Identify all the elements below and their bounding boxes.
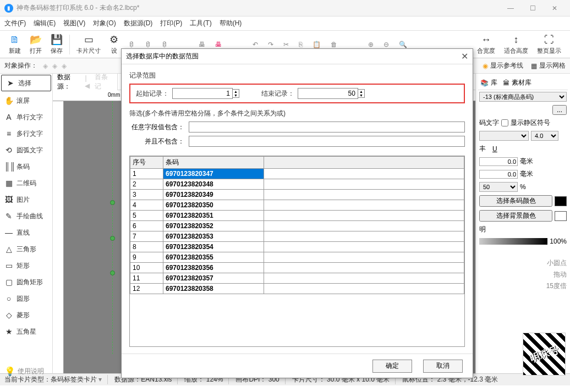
singletext-tool[interactable]: A单行文字 [0,109,52,125]
underline-icon[interactable]: U [492,145,497,153]
copy-icon[interactable]: ⎘ [299,41,303,48]
end-up-button[interactable]: ▲ [358,90,364,93]
preview-thumbnail[interactable]: 明珠号 [523,333,566,376]
menu-object[interactable]: 对象(O) [93,19,116,28]
col-index[interactable]: 序号 [130,157,163,169]
fontsize-select[interactable]: 4.0 [531,131,558,141]
table-row[interactable]: 126970123820358 [130,284,464,294]
table-row[interactable]: 96970123820355 [130,252,464,263]
showquiet-checkbox[interactable] [501,119,508,126]
bold-icon[interactable]: 丰 [479,144,486,153]
image-tool[interactable]: 🖼图片 [0,191,52,208]
table-row[interactable]: 86970123820354 [130,242,464,252]
help-hint[interactable]: 💡使用说明 [4,366,44,377]
menu-datasource[interactable]: 数据源(D) [124,19,153,28]
barcode-type-select[interactable]: -13 (标准商品条码) [479,92,567,102]
start-up-button[interactable]: ▲ [233,90,239,93]
data-table-wrap[interactable]: 序号 条码 1697012382034726970123820348369701… [129,156,465,347]
triangle-tool[interactable]: △三角形 [0,241,52,257]
menu-edit[interactable]: 编辑(E) [34,19,56,28]
pan-tool[interactable]: ✋滚屏 [0,92,52,109]
first-record-icon[interactable]: |◀ [85,74,91,90]
barcode-tool[interactable]: ║║条码 [0,158,52,175]
menu-tools[interactable]: 工具(T) [190,19,211,28]
menu-file[interactable]: 文件(F) [4,19,26,28]
show-grid-toggle[interactable]: ▦显示网格 [531,61,566,70]
more-button[interactable]: ... [552,105,567,115]
freehand-tool[interactable]: ✎手绘曲线 [0,208,52,224]
table-row[interactable]: 56970123820351 [130,211,464,221]
fitwidth-button[interactable]: ↔合宽度 [473,32,500,56]
zoom-icon[interactable]: 🔍 [399,41,407,48]
line-tool[interactable]: —直线 [0,224,52,241]
barcode-color-swatch[interactable] [555,196,567,206]
barcode-color-button[interactable]: 选择条码颜色 [479,195,552,207]
multitext-tool[interactable]: ≡多行文字 [0,125,52,142]
settings-button[interactable]: ⚙设 [105,32,123,56]
undo-icon[interactable]: ↶ [253,41,258,48]
end-record-input[interactable] [298,88,358,99]
print-icon[interactable]: 🖶 [199,41,205,48]
fullpage-button[interactable]: ⛶整页显示 [533,32,566,56]
opacity-slider[interactable] [479,238,547,245]
any-field-input[interactable] [189,122,465,132]
diamond-tool[interactable]: ◇菱形 [0,307,52,323]
open-button[interactable]: 📂打开 [25,32,46,56]
new-button[interactable]: 🗎新建 [4,32,25,56]
table-row[interactable]: 36970123820349 [130,190,464,200]
exclude-input[interactable] [189,136,465,147]
cut-icon[interactable]: ✂ [283,41,289,48]
select-tool[interactable]: ➤选择 [1,75,51,91]
table-row[interactable]: 26970123820348 [130,179,464,190]
qrcode-tool[interactable]: ▦二维码 [0,175,52,191]
guide-handle[interactable] [110,236,115,241]
fitheight-button[interactable]: ↕适合高度 [500,32,533,56]
col-barcode[interactable]: 条码 [163,157,264,169]
height2-input[interactable] [479,170,518,179]
roundrect-tool[interactable]: ▢圆角矩形 [0,274,52,290]
zoomin-icon[interactable]: ⊕ [368,41,374,48]
end-down-button[interactable]: ▼ [358,93,364,97]
layer-icon[interactable]: ◈ [43,62,48,70]
dialog-close-button[interactable]: ✕ [461,51,468,62]
pct-select[interactable]: 50 [479,182,518,192]
menu-view[interactable]: 视图(V) [63,19,85,28]
menu-print[interactable]: 打印(P) [160,19,182,28]
library-tab[interactable]: 📚库 [480,78,497,87]
db3-icon[interactable]: 🛢 [161,41,168,48]
delete-icon[interactable]: 🗑 [331,41,337,48]
zoomout-icon[interactable]: ⊖ [383,41,389,48]
table-row[interactable]: 116970123820357 [130,273,464,284]
start-down-button[interactable]: ▼ [233,93,239,97]
rect-tool[interactable]: ▭矩形 [0,257,52,274]
ok-button[interactable]: 确定 [372,360,412,373]
minimize-button[interactable]: — [500,1,522,16]
paste-icon[interactable]: 📋 [313,41,321,48]
menu-help[interactable]: 帮助(H) [220,19,242,28]
table-row[interactable]: 106970123820356 [130,263,464,273]
redo-icon[interactable]: ↷ [268,41,273,48]
guide-line[interactable] [112,101,113,354]
guide-handle[interactable] [110,200,115,205]
height1-input[interactable] [479,157,518,166]
layer3-icon[interactable]: ◈ [62,62,67,70]
materials-tab[interactable]: 🏛素材库 [503,78,531,87]
bg-color-button[interactable]: 选择背景颜色 [479,210,552,222]
star-tool[interactable]: ★五角星 [0,323,52,340]
print2-icon[interactable]: 🖶 [215,41,222,48]
circle-tool[interactable]: ○圆形 [0,290,52,307]
db-icon[interactable]: 🛢 [128,41,135,48]
bg-color-swatch[interactable] [555,211,567,221]
cardsize-button[interactable]: ▭卡片尺寸 [72,32,105,56]
maximize-button[interactable]: ☐ [522,1,544,16]
start-record-input[interactable] [172,88,233,99]
layer2-icon[interactable]: ◈ [52,62,57,70]
arctext-tool[interactable]: ⟲圆弧文字 [0,142,52,158]
close-button[interactable]: ✕ [544,1,566,16]
guide-handle[interactable] [110,270,115,275]
cancel-button[interactable]: 取消 [423,360,463,373]
table-row[interactable]: 66970123820352 [130,221,464,231]
table-row[interactable]: 46970123820350 [130,200,464,211]
save-button[interactable]: 💾保存 [46,32,67,56]
table-row[interactable]: 16970123820347 [130,169,464,179]
